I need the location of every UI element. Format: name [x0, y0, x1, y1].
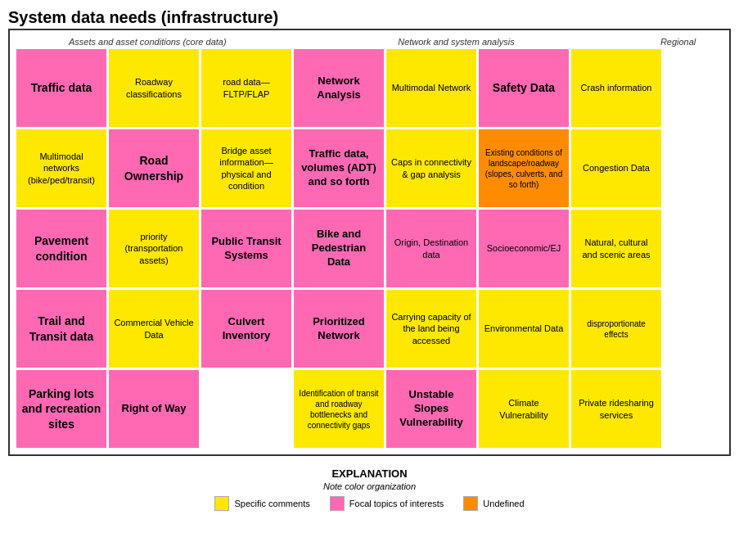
legend-label: Undefined [483, 499, 524, 508]
board: Assets and asset conditions (core data) … [8, 29, 731, 456]
grid-cell: Culvert Inventory [201, 290, 291, 368]
grid-cell: Road Ownership [109, 129, 199, 207]
grid-cell: Unstable Slopes Vulnerability [386, 370, 476, 448]
explanation: EXPLANATION Note color organization Spec… [8, 467, 731, 511]
legend-item: Focal topics of interests [330, 496, 444, 511]
grid-cell: Bike and Pedestrian Data [294, 210, 384, 287]
grid-cell: Traffic data [16, 49, 106, 127]
grid-cell: Traffic data, volumes (ADT) and so forth [294, 129, 384, 207]
grid-cell: Prioritized Network [294, 290, 384, 368]
grid-cell: Trail and Transit data [16, 290, 106, 368]
grid-cell: Environmental Data [479, 290, 569, 368]
grid-cell: Roadway classifications [109, 49, 199, 127]
legend-label: Specific comments [234, 499, 309, 508]
grid-cell [664, 370, 739, 448]
grid-cell [664, 129, 739, 207]
grid-cell: Public Transit Systems [201, 210, 291, 287]
grid-cell: Pavement condition [16, 210, 106, 287]
grid-cell: Multimodal Network [386, 49, 476, 127]
grid-cell: Existing conditions of landscape/roadway… [479, 129, 569, 207]
main-title: System data needs (infrastructure) [8, 8, 731, 27]
grid-cell: Origin, Destination data [386, 210, 476, 287]
explanation-subtitle: Note color organization [323, 481, 416, 491]
legend-color-box [463, 496, 478, 511]
legend-label: Focal topics of interests [349, 499, 444, 508]
col-group-assets: Assets and asset conditions (core data) [16, 37, 279, 47]
grid-cell: Natural, cultural and scenic areas [571, 210, 661, 287]
grid-cell: Identification of transit and roadway bo… [294, 370, 384, 448]
legend-item: Specific comments [214, 496, 309, 511]
col-group-network: Network and system analysis [282, 37, 632, 47]
grid-cell: Right of Way [109, 370, 199, 448]
grid-cell: Caps in connectivity & gap analysis [386, 129, 476, 207]
grid-cell: Climate Vulnerability [479, 370, 569, 448]
grid-cell [201, 370, 291, 448]
grid-cell: Parking lots and recreation sites [16, 370, 106, 448]
grid-cell: Socioeconomic/EJ [479, 210, 569, 287]
grid-cell [664, 210, 739, 287]
grid-cell: Bridge asset information—physical and co… [201, 129, 291, 207]
grid-cell: Safety Data [479, 49, 569, 127]
grid: Traffic dataRoadway classificationsroad … [16, 49, 723, 448]
grid-cell: disproportionate effects [571, 290, 661, 368]
legend-color-box [214, 496, 229, 511]
legend-items: Specific commentsFocal topics of interes… [214, 496, 524, 511]
grid-cell: priority (transportation assets) [109, 210, 199, 287]
grid-cell: Crash information [571, 49, 661, 127]
grid-cell: road data—FLTP/FLAP [201, 49, 291, 127]
grid-cell: Carrying capacity of the land being acce… [386, 290, 476, 368]
grid-cell: Congestion Data [571, 129, 661, 207]
legend-color-box [330, 496, 345, 511]
explanation-title: EXPLANATION [331, 467, 407, 480]
grid-cell [664, 49, 739, 127]
grid-cell: Multimodal networks (bike/ped/transit) [16, 129, 106, 207]
grid-cell: Private ridesharing services [571, 370, 661, 448]
grid-cell [664, 290, 739, 368]
legend-item: Undefined [463, 496, 524, 511]
grid-cell: Network Analysis [294, 49, 384, 127]
grid-cell: Commercial Vehicle Data [109, 290, 199, 368]
col-group-regional: Regional [633, 37, 723, 47]
